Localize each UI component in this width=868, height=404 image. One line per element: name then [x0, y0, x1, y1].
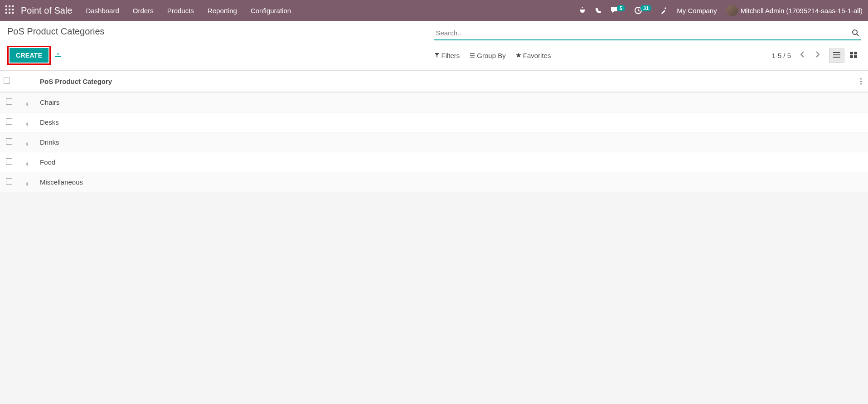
svg-rect-2 — [12, 5, 14, 7]
favorites-label: Favorites — [523, 52, 551, 59]
table-row[interactable]: ▲▼ Desks — [0, 112, 868, 132]
category-name-cell: Drinks — [36, 132, 854, 152]
category-name-cell: Miscellaneous — [36, 172, 854, 192]
nav-item-configuration[interactable]: Configuration — [251, 7, 291, 15]
filters-label: Filters — [441, 52, 460, 59]
table-row[interactable]: ▲▼ Drinks — [0, 132, 868, 152]
svg-point-10 — [853, 30, 857, 34]
view-switcher — [829, 49, 861, 63]
tools-icon[interactable] — [660, 7, 668, 14]
breadcrumb: PoS Product Categories — [7, 26, 105, 37]
star-icon — [516, 53, 521, 58]
svg-rect-5 — [12, 9, 14, 10]
more-options-icon[interactable]: ⋮ — [858, 77, 864, 85]
row-checkbox[interactable] — [6, 138, 12, 145]
table-row[interactable]: ▲▼ Food — [0, 152, 868, 172]
svg-rect-4 — [9, 9, 10, 10]
user-avatar-icon — [726, 5, 738, 16]
groupby-button[interactable]: Group By — [470, 52, 505, 59]
table-header-row: PoS Product Category ⋮ — [0, 71, 868, 92]
svg-rect-8 — [12, 12, 14, 14]
nav-item-products[interactable]: Products — [167, 7, 194, 15]
kanban-view-button[interactable] — [846, 49, 861, 63]
search-options: Filters Group By Favorites — [434, 52, 551, 59]
category-list-table: PoS Product Category ⋮ ▲▼ Chairs ▲▼ Desk… — [0, 71, 868, 192]
nav-right: 5 31 My Company Mitchell Admin (17095214… — [579, 5, 863, 16]
kanban-view-icon — [850, 52, 857, 58]
top-navigation: Point of Sale Dashboard Orders Products … — [0, 0, 868, 21]
svg-rect-0 — [5, 5, 7, 7]
pager-next-icon[interactable] — [814, 51, 822, 60]
user-name-label: Mitchell Admin (17095214-saas-15-1-all) — [741, 7, 863, 15]
svg-rect-7 — [9, 12, 10, 14]
row-checkbox[interactable] — [6, 158, 12, 165]
nav-item-reporting[interactable]: Reporting — [208, 7, 237, 15]
favorites-button[interactable]: Favorites — [516, 52, 551, 59]
column-header-category[interactable]: PoS Product Category — [36, 71, 854, 92]
list-icon — [470, 53, 475, 58]
nav-item-dashboard[interactable]: Dashboard — [86, 7, 119, 15]
filters-button[interactable]: Filters — [434, 52, 460, 59]
user-menu[interactable]: Mitchell Admin (17095214-saas-15-1-all) — [726, 5, 863, 16]
nav-item-orders[interactable]: Orders — [133, 7, 154, 15]
create-button[interactable]: CREATE — [10, 48, 48, 63]
activities-badge: 31 — [640, 5, 651, 11]
company-name[interactable]: My Company — [677, 7, 717, 15]
svg-rect-3 — [5, 9, 7, 10]
search-wrapper — [434, 26, 861, 40]
bug-icon[interactable] — [579, 7, 586, 14]
apps-icon[interactable] — [5, 5, 14, 16]
drag-handle-icon[interactable]: ▲▼ — [25, 102, 29, 107]
table-row[interactable]: ▲▼ Miscellaneous — [0, 172, 868, 192]
drag-handle-icon[interactable]: ▲▼ — [25, 122, 29, 127]
messages-badge: 5 — [617, 5, 625, 11]
pager-prev-icon[interactable] — [798, 51, 806, 60]
svg-rect-1 — [9, 5, 10, 7]
select-all-checkbox[interactable] — [4, 78, 10, 84]
app-title[interactable]: Point of Sale — [21, 5, 72, 16]
svg-rect-19 — [850, 55, 853, 58]
pager-text[interactable]: 1-5 / 5 — [771, 52, 791, 59]
svg-rect-18 — [854, 52, 857, 54]
svg-rect-6 — [5, 12, 7, 14]
list-view-button[interactable] — [829, 49, 844, 63]
groupby-label: Group By — [477, 52, 505, 59]
filter-icon — [434, 53, 440, 58]
create-button-highlight: CREATE — [7, 46, 51, 65]
pager-section: 1-5 / 5 — [771, 49, 861, 63]
drag-handle-icon[interactable]: ▲▼ — [25, 162, 29, 166]
svg-rect-17 — [850, 52, 853, 54]
activities-icon[interactable]: 31 — [634, 6, 651, 15]
category-name-cell: Chairs — [36, 92, 854, 112]
control-panel: PoS Product Categories CREATE Filters — [0, 21, 868, 71]
drag-handle-icon[interactable]: ▲▼ — [25, 182, 29, 186]
search-input[interactable] — [434, 26, 861, 40]
row-checkbox[interactable] — [6, 98, 12, 105]
svg-rect-20 — [854, 55, 857, 58]
table-row[interactable]: ▲▼ Chairs — [0, 92, 868, 112]
list-view-icon — [833, 52, 840, 58]
drag-handle-icon[interactable]: ▲▼ — [25, 142, 29, 146]
row-checkbox[interactable] — [6, 178, 12, 185]
row-checkbox[interactable] — [6, 118, 12, 125]
search-icon[interactable] — [852, 29, 859, 38]
phone-icon[interactable] — [595, 7, 601, 14]
category-name-cell: Food — [36, 152, 854, 172]
nav-menu: Dashboard Orders Products Reporting Conf… — [86, 7, 579, 15]
messages-icon[interactable]: 5 — [611, 7, 625, 14]
category-name-cell: Desks — [36, 112, 854, 132]
import-icon[interactable] — [54, 51, 62, 60]
